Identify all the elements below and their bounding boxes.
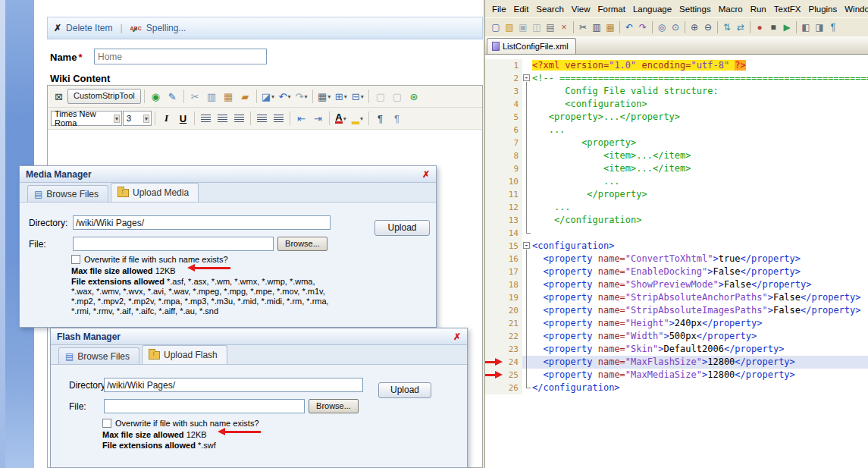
code-text[interactable]: <property name="ShowPreviewMode">False</… xyxy=(532,278,868,291)
cut-icon[interactable]: ✂ xyxy=(187,88,203,105)
align-right-icon[interactable] xyxy=(231,110,247,127)
menu-view[interactable]: View xyxy=(568,2,594,16)
code-text[interactable]: <property name="MaxMediaSize">12800</pro… xyxy=(532,369,868,382)
name-input[interactable] xyxy=(94,49,267,64)
code-text[interactable]: <configuration> xyxy=(532,98,868,111)
indent-icon[interactable]: ⇥ xyxy=(310,110,326,127)
overwrite-checkbox[interactable] xyxy=(71,255,80,264)
cut-icon[interactable]: ✂ xyxy=(576,20,590,34)
code-text[interactable]: <property name="StripAbsoluteImagesPaths… xyxy=(532,304,868,317)
strip-tool-box-icon[interactable]: ⊠ xyxy=(51,88,67,105)
zoom-in-icon[interactable]: ⊕ xyxy=(688,20,701,34)
upload-button[interactable]: Upload xyxy=(374,220,430,236)
fold-collapse-box[interactable]: - xyxy=(522,72,532,85)
outdent-icon[interactable]: ⇤ xyxy=(293,110,309,127)
highlight-color-icon[interactable]: ▂▾ xyxy=(349,110,365,127)
code-text[interactable]: <property name="Width">500px</property> xyxy=(532,330,868,343)
copy-icon[interactable]: ▥ xyxy=(204,88,220,105)
font-color-icon[interactable]: A▾ xyxy=(333,110,349,127)
code-text[interactable]: <configuration> xyxy=(532,240,868,253)
browse-button[interactable]: Browse... xyxy=(277,237,327,251)
directory-input[interactable] xyxy=(104,378,363,392)
font-name-select[interactable]: Times New Roma▾ xyxy=(51,111,122,126)
code-text[interactable]: <property name="StripAbsoluteAnchorPaths… xyxy=(532,291,868,304)
code-text[interactable]: <!-- ===================================… xyxy=(532,72,868,85)
replace-icon[interactable]: ⊙ xyxy=(669,20,682,34)
code-text[interactable]: </property> xyxy=(532,188,868,201)
media-manager-icon[interactable]: ◉ xyxy=(148,88,164,105)
copy-icon[interactable]: ▥ xyxy=(590,20,603,34)
record-macro-icon[interactable]: ● xyxy=(753,20,766,34)
undo-icon[interactable]: ↶▾ xyxy=(277,88,293,105)
sync-vertical-icon[interactable]: ⇅ xyxy=(720,20,734,34)
tab-listconfigfile[interactable]: ListConfigFile.xml xyxy=(487,38,576,54)
italic-button[interactable]: I xyxy=(158,110,174,127)
globe-icon[interactable]: ⊛ xyxy=(406,88,421,105)
delete-item-button[interactable]: Delete Item xyxy=(66,23,112,33)
numbered-list-icon[interactable] xyxy=(254,110,270,127)
find-icon[interactable]: ◎ xyxy=(655,20,669,34)
menu-textfx[interactable]: TextFX xyxy=(770,2,805,16)
font-size-select[interactable]: 3▾ xyxy=(123,111,152,126)
code-text[interactable]: <?xml version="1.0" encoding="utf-8" ?> xyxy=(532,59,868,72)
stop-macro-icon[interactable]: ■ xyxy=(766,20,780,34)
file-input[interactable] xyxy=(73,237,274,251)
custom-strip-tool-button[interactable]: CustomStripTool xyxy=(67,89,141,104)
new-file-icon[interactable]: ▢ xyxy=(489,20,503,34)
code-text[interactable]: <property> xyxy=(532,137,868,149)
menu-plugins[interactable]: Plugins xyxy=(805,2,841,16)
zoom-out-icon[interactable]: ⊖ xyxy=(701,20,715,34)
code-text[interactable]: ... xyxy=(532,201,868,214)
print-icon[interactable]: ▤ xyxy=(544,20,557,34)
code-text[interactable]: <property name="Skin">Default2006</prope… xyxy=(532,343,868,356)
code-text[interactable]: <property name="EnableDocking">False</pr… xyxy=(532,265,868,278)
spelling-button[interactable]: Spelling... xyxy=(146,23,186,33)
disabled-tool-icon-1[interactable]: ▢ xyxy=(372,88,388,105)
code-text[interactable]: </configuration> xyxy=(532,214,868,227)
close-file-icon[interactable]: × xyxy=(557,20,571,34)
code-text[interactable]: Config File valid structure: xyxy=(532,85,868,98)
pane-right-icon[interactable]: ◨ xyxy=(813,20,826,34)
fold-collapse-box[interactable]: - xyxy=(522,240,532,253)
align-center-icon[interactable] xyxy=(215,110,230,127)
format-painter-icon[interactable]: ▰ xyxy=(237,88,253,105)
code-text[interactable]: <property name="ConvertToXhtml">true</pr… xyxy=(532,253,868,265)
redo-icon[interactable]: ↷▾ xyxy=(293,88,309,105)
code-text[interactable]: ... xyxy=(532,175,868,188)
code-text[interactable]: <property name="MaxFlashSize">12800</pro… xyxy=(532,356,868,369)
paste-icon[interactable]: ▦ xyxy=(603,20,617,34)
underline-button[interactable]: U xyxy=(175,110,191,127)
paste-icon[interactable]: ▦ xyxy=(221,88,237,105)
menu-format[interactable]: Format xyxy=(594,2,629,16)
code-text[interactable]: <property>...</property> xyxy=(532,111,868,124)
insert-row-icon[interactable]: ⊞▾ xyxy=(333,88,349,105)
bullet-list-icon[interactable] xyxy=(271,110,287,127)
overwrite-checkbox[interactable] xyxy=(102,419,111,428)
code-text[interactable]: <item>...</item> xyxy=(532,149,868,162)
file-input[interactable] xyxy=(104,399,305,413)
redo-icon[interactable]: ↷ xyxy=(636,20,650,34)
menu-search[interactable]: Search xyxy=(532,2,567,16)
code-text[interactable]: <item>...</item> xyxy=(532,162,868,175)
browse-button[interactable]: Browse... xyxy=(309,399,359,413)
code-text[interactable] xyxy=(532,227,868,240)
show-symbols-icon[interactable]: ¶ xyxy=(826,20,840,34)
save-all-icon[interactable]: ◫ xyxy=(530,20,544,34)
menu-window[interactable]: Window xyxy=(841,2,868,16)
align-left-icon[interactable] xyxy=(198,110,214,127)
code-text[interactable]: ... xyxy=(532,124,868,137)
disabled-tool-icon-2[interactable]: ▢ xyxy=(389,88,405,105)
insert-form-icon[interactable]: ⊟▾ xyxy=(349,88,365,105)
menu-run[interactable]: Run xyxy=(747,2,770,16)
open-file-icon[interactable]: ▨ xyxy=(503,20,516,34)
code-area[interactable]: 1<?xml version="1.0" encoding="utf-8" ?>… xyxy=(485,55,868,468)
menu-settings[interactable]: Settings xyxy=(675,2,715,16)
directory-input[interactable] xyxy=(73,215,331,230)
play-macro-icon[interactable]: ▶ xyxy=(780,20,794,34)
pane-left-icon[interactable]: ◧ xyxy=(799,20,813,34)
code-text[interactable]: </configuration> xyxy=(532,382,868,394)
insert-table-icon[interactable]: ▦▾ xyxy=(316,88,332,105)
sync-horizontal-icon[interactable]: ⇄ xyxy=(734,20,747,34)
menu-edit[interactable]: Edit xyxy=(510,2,533,16)
edit-pen-icon[interactable]: ✎ xyxy=(165,88,180,105)
